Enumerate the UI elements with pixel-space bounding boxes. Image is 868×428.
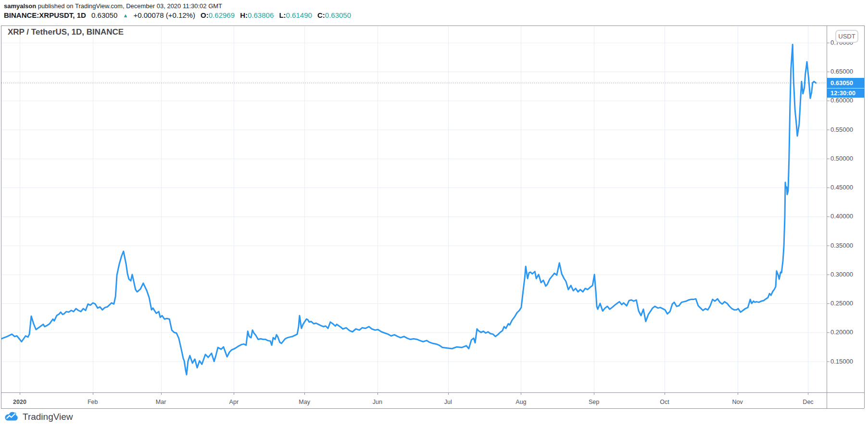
time-axis-label: Nov <box>732 396 743 408</box>
time-axis-label: Apr <box>229 396 239 408</box>
price-axis-label: 0.40000 <box>830 213 853 220</box>
time-axis-label: Oct <box>660 396 669 408</box>
time-axis-label: Aug <box>516 396 526 408</box>
time-axis-label: Jul <box>444 396 452 408</box>
price-axis-label: 0.50000 <box>830 155 853 162</box>
price-axis-label: 0.45000 <box>830 184 853 191</box>
time-axis-label: Feb <box>88 396 98 408</box>
price-chart-canvas[interactable] <box>0 0 868 428</box>
time-axis-label: Mar <box>156 396 166 408</box>
bar-countdown-badge: 12:30:00 <box>827 88 864 98</box>
price-axis-label: 0.55000 <box>830 126 853 133</box>
price-axis-label: 0.35000 <box>830 242 853 249</box>
last-price-badge: 0.63050 <box>827 78 864 88</box>
time-axis-label: Dec <box>803 396 813 408</box>
chart-legend-title[interactable]: XRP / TetherUS, 1D, BINANCE <box>8 27 124 37</box>
time-axis-label: May <box>299 396 310 408</box>
tradingview-logo-text: TradingView <box>23 412 73 422</box>
price-axis-label: 0.20000 <box>830 328 853 336</box>
price-axis-label: 0.60000 <box>830 97 853 104</box>
price-axis-label: 0.30000 <box>830 271 853 278</box>
price-line-series <box>0 44 816 375</box>
tradingview-snapshot: samyalson published on TradingView.com, … <box>0 0 868 428</box>
price-axis-label: 0.15000 <box>830 358 853 365</box>
time-axis-label: Jun <box>373 396 382 408</box>
price-axis-label: 0.25000 <box>830 300 853 307</box>
currency-unit-badge: USDT <box>835 30 858 43</box>
price-axis-label: 0.65000 <box>830 68 853 75</box>
tradingview-logo[interactable]: TradingView <box>4 411 73 423</box>
time-axis-label: Sep <box>589 396 599 408</box>
tradingview-cloud-icon <box>4 411 19 423</box>
time-axis-label: 2020 <box>13 396 26 408</box>
